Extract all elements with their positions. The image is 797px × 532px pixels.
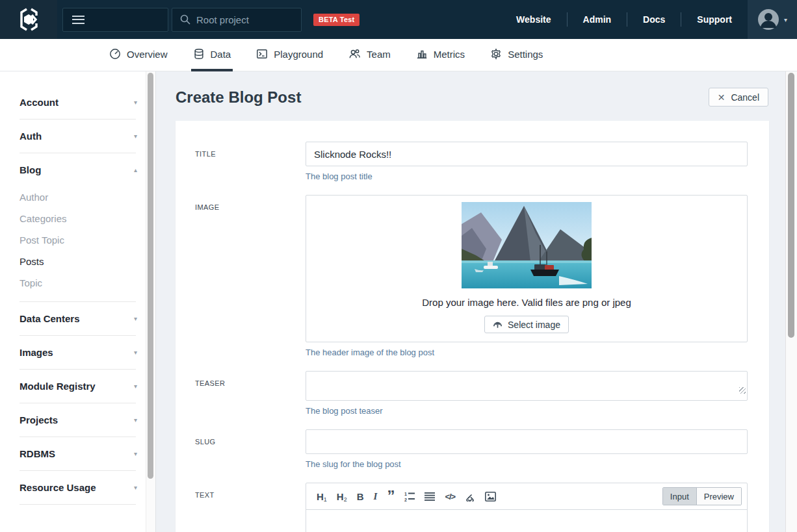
topbar: BETA Test Website Admin Docs Support ▾ — [0, 0, 797, 39]
select-image-label: Select image — [508, 320, 560, 330]
sidebar-section-images[interactable]: Images ▾ — [0, 336, 155, 369]
heading2-button[interactable]: H2 — [337, 492, 347, 501]
uploaded-image-preview — [462, 202, 592, 288]
chevron-down-icon: ▾ — [134, 383, 137, 390]
tab-playground[interactable]: Playground — [254, 39, 325, 71]
sidebar-section-resource-usage[interactable]: Resource Usage ▾ — [0, 471, 155, 504]
page-title: Create Blog Post — [176, 88, 301, 107]
slug-input[interactable] — [306, 429, 748, 454]
teaser-row: TEASER The blog post teaser — [195, 371, 748, 416]
slug-label: SLUG — [195, 429, 306, 469]
title-input[interactable] — [306, 142, 748, 166]
chevron-down-icon: ▾ — [134, 315, 137, 322]
image-help: The header image of the blog post — [306, 348, 748, 357]
link-button[interactable] — [465, 491, 475, 501]
cancel-button[interactable]: ✕ Cancel — [709, 88, 768, 107]
slicknode-logo[interactable] — [0, 0, 57, 39]
tabbar: Overview Data Playground Team — [0, 39, 797, 71]
image-dropzone[interactable]: Drop your image here. Valid files are pn… — [306, 195, 748, 342]
title-help: The blog post title — [306, 171, 748, 181]
blockquote-button[interactable]: ” — [387, 492, 395, 501]
gear-icon — [490, 48, 502, 60]
text-editor-body[interactable] — [306, 510, 747, 532]
rich-text-editor: H1 H2 B I ” 1 2 — [306, 483, 748, 532]
editor-mode-toggle: Input Preview — [662, 487, 742, 505]
svg-text:2: 2 — [404, 498, 407, 502]
select-image-button[interactable]: Select image — [484, 316, 569, 333]
nav-link-website[interactable]: Website — [501, 14, 566, 25]
tab-overview[interactable]: Overview — [107, 39, 170, 71]
image-label: IMAGE — [195, 195, 306, 357]
sidebar-item-author[interactable]: Author — [0, 186, 155, 208]
page-header: Create Blog Post ✕ Cancel — [156, 71, 785, 121]
image-button[interactable] — [485, 492, 496, 501]
tab-metrics[interactable]: Metrics — [414, 39, 467, 71]
app-root: BETA Test Website Admin Docs Support ▾ O… — [0, 0, 797, 532]
cancel-label: Cancel — [731, 92, 759, 103]
image-row: IMAGE — [195, 195, 748, 357]
text-label: TEXT — [195, 483, 306, 532]
tab-label: Data — [211, 49, 231, 60]
ordered-list-button[interactable]: 1 2 — [404, 491, 415, 501]
input-mode-button[interactable]: Input — [663, 488, 697, 505]
chevron-down-icon: ▾ — [134, 450, 137, 457]
sidebar-section-label: Resource Usage — [20, 482, 96, 493]
editor-toolbar: H1 H2 B I ” 1 2 — [306, 483, 747, 510]
topbar-links: Website Admin Docs Support — [501, 0, 748, 39]
bullet-list-icon — [425, 492, 435, 501]
sidebar-section-blog[interactable]: Blog ▴ — [0, 153, 155, 186]
sidebar-scrollbar-thumb[interactable] — [148, 73, 153, 479]
sidebar-section-module-registry[interactable]: Module Registry ▾ — [0, 370, 155, 403]
avatar — [757, 8, 779, 31]
nav-link-support[interactable]: Support — [681, 14, 748, 25]
chevron-down-icon: ▾ — [134, 416, 137, 424]
slug-help: The slug for the blog post — [306, 459, 748, 469]
sidebar-section-data-centers[interactable]: Data Centers ▾ — [0, 302, 155, 335]
bar-chart-icon — [416, 48, 428, 60]
user-menu[interactable]: ▾ — [748, 0, 797, 39]
nav-link-docs[interactable]: Docs — [627, 14, 681, 25]
chevron-down-icon: ▾ — [134, 349, 137, 356]
beta-badge: BETA Test — [313, 14, 359, 26]
italic-button[interactable]: I — [374, 492, 378, 501]
menu-button[interactable] — [62, 8, 168, 32]
chevron-down-icon: ▾ — [134, 133, 137, 140]
tab-label: Playground — [274, 49, 323, 60]
page-scrollbar[interactable] — [785, 71, 797, 532]
title-label: TITLE — [195, 142, 306, 181]
sidebar-section-auth[interactable]: Auth ▾ — [0, 120, 155, 153]
search-input[interactable] — [196, 14, 293, 25]
sidebar-item-categories[interactable]: Categories — [0, 208, 155, 229]
project-search-box[interactable] — [172, 8, 302, 32]
svg-text:1: 1 — [404, 492, 407, 496]
sidebar-section-projects[interactable]: Projects ▾ — [0, 403, 155, 437]
tab-team[interactable]: Team — [346, 39, 393, 71]
bullet-list-button[interactable] — [425, 492, 435, 501]
gauge-icon — [109, 48, 121, 60]
text-row: TEXT H1 H2 B I ” 1 2 — [195, 483, 748, 532]
preview-mode-button[interactable]: Preview — [697, 488, 741, 505]
tab-settings[interactable]: Settings — [488, 39, 545, 71]
code-button[interactable]: </> — [445, 492, 455, 501]
terminal-icon — [256, 48, 268, 60]
tab-label: Overview — [127, 49, 168, 60]
sidebar-item-posts[interactable]: Posts — [0, 251, 155, 272]
sidebar-item-post-topic[interactable]: Post Topic — [0, 229, 155, 251]
chevron-down-icon: ▾ — [134, 484, 137, 491]
heading1-button[interactable]: H1 — [317, 492, 327, 501]
nav-link-admin[interactable]: Admin — [568, 14, 627, 25]
tab-data[interactable]: Data — [191, 39, 233, 71]
sidebar-section-account[interactable]: Account ▾ — [0, 86, 155, 119]
divider — [20, 504, 136, 505]
sidebar-scrollbar[interactable] — [146, 71, 155, 532]
teaser-input[interactable] — [306, 371, 748, 401]
link-icon — [465, 491, 475, 501]
teaser-label: TEASER — [195, 371, 306, 416]
bold-button[interactable]: B — [357, 492, 364, 501]
sidebar-section-rdbms[interactable]: RDBMS ▾ — [0, 437, 155, 470]
sidebar-blog-items: Author Categories Post Topic Posts Topic — [0, 186, 155, 301]
chevron-down-icon: ▾ — [784, 16, 787, 23]
page-scrollbar-thumb[interactable] — [788, 73, 794, 338]
sidebar-item-topic[interactable]: Topic — [0, 272, 155, 294]
slicknode-logo-icon — [16, 6, 42, 32]
